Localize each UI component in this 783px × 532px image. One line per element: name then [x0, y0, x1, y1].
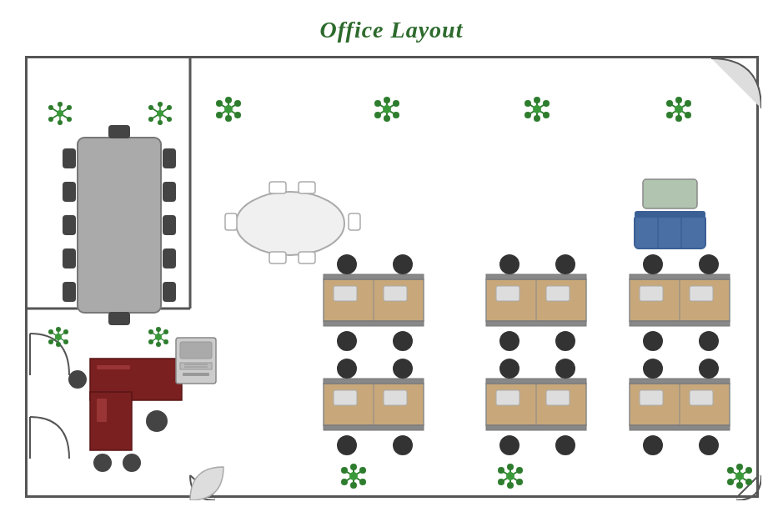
- plant-bot3: [727, 464, 752, 489]
- workstation-r1-l: [324, 254, 424, 351]
- svg-rect-193: [486, 425, 586, 430]
- svg-point-120: [359, 467, 366, 474]
- svg-point-14: [58, 102, 63, 107]
- svg-point-29: [167, 105, 172, 110]
- svg-point-198: [555, 435, 575, 455]
- svg-point-80: [666, 100, 673, 107]
- svg-point-85: [675, 105, 683, 113]
- svg-point-16: [67, 105, 72, 110]
- svg-point-54: [374, 100, 381, 107]
- svg-point-57: [393, 112, 399, 118]
- svg-rect-212: [97, 399, 107, 422]
- svg-point-95: [48, 339, 53, 344]
- svg-point-175: [643, 254, 663, 274]
- svg-point-94: [63, 329, 68, 334]
- svg-point-137: [506, 472, 514, 480]
- svg-rect-194: [486, 379, 586, 384]
- svg-point-111: [155, 334, 162, 340]
- svg-rect-158: [324, 274, 424, 279]
- chair-icon: [393, 254, 413, 274]
- chair: [299, 252, 315, 263]
- svg-rect-173: [630, 321, 730, 326]
- svg-point-178: [699, 331, 719, 351]
- chair: [163, 215, 176, 235]
- svg-point-79: [675, 97, 682, 103]
- workstation-r1-r: [630, 254, 730, 351]
- svg-point-145: [727, 467, 734, 474]
- svg-point-27: [158, 102, 163, 107]
- svg-point-185: [337, 359, 357, 379]
- svg-point-124: [349, 472, 358, 480]
- svg-point-147: [727, 479, 734, 485]
- svg-point-72: [533, 105, 541, 113]
- svg-point-149: [736, 482, 743, 489]
- svg-point-68: [543, 100, 550, 107]
- plant-top2: [374, 97, 399, 122]
- l-desk: [68, 359, 182, 472]
- chair: [163, 148, 176, 168]
- svg-rect-183: [324, 425, 424, 430]
- svg-point-31: [167, 117, 172, 122]
- svg-point-187: [337, 435, 357, 455]
- svg-point-106: [148, 329, 153, 334]
- svg-point-121: [341, 479, 348, 485]
- chair: [269, 252, 286, 263]
- svg-point-92: [56, 327, 61, 332]
- svg-point-19: [58, 120, 63, 125]
- svg-point-45: [225, 115, 232, 122]
- svg-point-131: [507, 464, 514, 470]
- svg-rect-172: [690, 286, 713, 301]
- svg-rect-161: [496, 286, 519, 301]
- svg-point-188: [393, 435, 413, 455]
- svg-point-195: [499, 359, 519, 379]
- plant-top4: [666, 97, 691, 122]
- svg-point-133: [516, 467, 523, 474]
- svg-point-30: [148, 117, 153, 122]
- svg-point-119: [341, 467, 348, 474]
- svg-point-165: [499, 254, 519, 274]
- svg-point-15: [48, 105, 53, 110]
- chair: [269, 182, 286, 193]
- svg-point-135: [516, 479, 523, 485]
- chair: [63, 248, 76, 269]
- svg-rect-218: [180, 342, 212, 359]
- chair: [63, 215, 76, 235]
- svg-point-216: [123, 454, 141, 472]
- svg-point-105: [156, 327, 161, 332]
- svg-point-17: [48, 117, 53, 122]
- svg-point-58: [384, 115, 390, 122]
- svg-point-144: [736, 464, 743, 470]
- svg-point-148: [745, 479, 752, 485]
- svg-rect-192: [546, 390, 570, 405]
- svg-point-84: [675, 115, 682, 122]
- svg-point-205: [643, 359, 663, 379]
- chair: [163, 248, 176, 269]
- svg-point-208: [699, 435, 719, 455]
- plant-bl1: [48, 327, 68, 347]
- svg-rect-171: [640, 286, 663, 301]
- chair: [225, 213, 237, 230]
- svg-point-83: [685, 112, 691, 118]
- svg-rect-203: [630, 425, 730, 430]
- workstation-r1-m: [486, 254, 586, 351]
- svg-point-97: [56, 342, 61, 347]
- plant-bl2: [148, 327, 168, 347]
- svg-point-71: [534, 115, 540, 122]
- svg-point-118: [350, 464, 357, 470]
- svg-point-43: [216, 112, 223, 118]
- svg-rect-162: [546, 286, 570, 301]
- svg-point-214: [68, 370, 87, 389]
- plant-bot2: [498, 464, 523, 489]
- chair: [63, 282, 76, 302]
- chair: [299, 182, 315, 193]
- page-title: Office Layout: [0, 0, 783, 43]
- svg-point-18: [67, 117, 72, 122]
- chair: [63, 182, 76, 202]
- svg-point-59: [383, 105, 391, 113]
- workstation-r2-r: [630, 359, 730, 455]
- plant-tl1: [48, 102, 72, 125]
- chair: [63, 148, 76, 168]
- svg-point-93: [48, 329, 53, 334]
- svg-point-146: [745, 467, 752, 474]
- plant-top3: [525, 97, 550, 122]
